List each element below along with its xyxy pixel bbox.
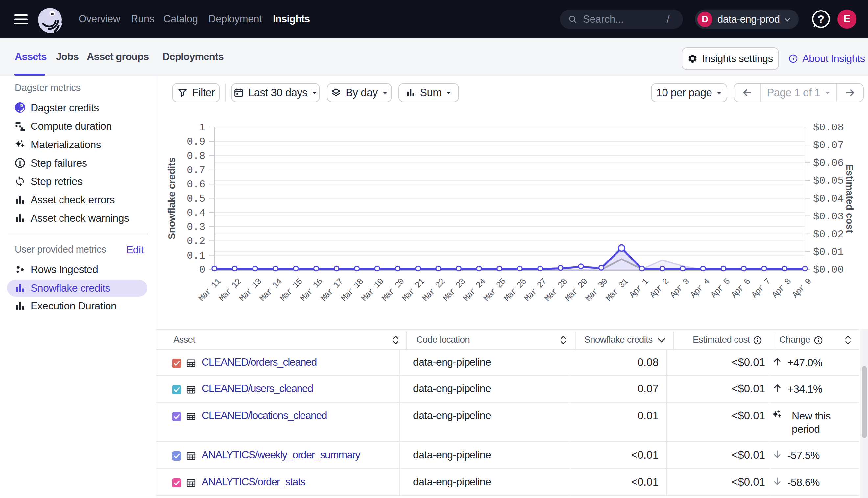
svg-text:Mar 29: Mar 29 <box>563 277 589 303</box>
svg-text:$0.02: $0.02 <box>813 228 844 240</box>
svg-text:Mar 17: Mar 17 <box>319 277 345 303</box>
svg-text:Apr 2: Apr 2 <box>648 277 671 300</box>
svg-text:Mar 20: Mar 20 <box>380 277 406 303</box>
svg-text:0.7: 0.7 <box>187 165 205 176</box>
svg-text:Mar 30: Mar 30 <box>584 277 610 303</box>
svg-text:Mar 19: Mar 19 <box>360 277 386 303</box>
svg-text:Mar 21: Mar 21 <box>400 277 427 303</box>
svg-text:Mar 15: Mar 15 <box>278 277 305 303</box>
svg-text:0.4: 0.4 <box>187 207 205 219</box>
svg-text:0.5: 0.5 <box>187 193 205 205</box>
svg-text:Apr 5: Apr 5 <box>709 277 732 300</box>
svg-text:Mar 31: Mar 31 <box>604 277 630 303</box>
svg-text:Apr 4: Apr 4 <box>689 277 712 300</box>
svg-text:Mar 12: Mar 12 <box>217 277 243 303</box>
svg-text:1: 1 <box>199 122 205 133</box>
svg-text:Estimated cost: Estimated cost <box>844 164 855 233</box>
svg-text:Mar 24: Mar 24 <box>461 277 488 303</box>
svg-text:Mar 28: Mar 28 <box>543 277 569 303</box>
svg-text:0.9: 0.9 <box>187 136 205 147</box>
svg-text:0.8: 0.8 <box>187 150 205 162</box>
svg-text:Mar 25: Mar 25 <box>482 277 508 303</box>
svg-text:$0.05: $0.05 <box>813 175 844 187</box>
svg-text:Snowflake credits: Snowflake credits <box>166 157 177 239</box>
svg-text:?: ? <box>818 13 825 25</box>
svg-text:Apr 6: Apr 6 <box>729 277 753 300</box>
svg-text:$0.07: $0.07 <box>813 140 844 151</box>
svg-text:Mar 22: Mar 22 <box>421 277 447 303</box>
svg-text:Mar 18: Mar 18 <box>339 277 366 303</box>
svg-text:Apr 7: Apr 7 <box>750 277 773 300</box>
svg-text:Apr 1: Apr 1 <box>627 277 651 300</box>
svg-text:Apr 9: Apr 9 <box>790 277 814 300</box>
svg-text:Mar 13: Mar 13 <box>238 277 264 303</box>
svg-text:0.2: 0.2 <box>187 236 205 247</box>
svg-text:0.3: 0.3 <box>187 221 205 233</box>
svg-text:$0.06: $0.06 <box>813 157 844 169</box>
svg-text:Mar 26: Mar 26 <box>502 277 528 303</box>
svg-text:Mar 23: Mar 23 <box>441 277 467 303</box>
svg-text:$0.01: $0.01 <box>813 246 844 258</box>
svg-text:Apr 8: Apr 8 <box>770 277 793 300</box>
svg-text:$0.08: $0.08 <box>813 122 844 133</box>
svg-text:$0.04: $0.04 <box>813 193 844 205</box>
svg-text:Mar 27: Mar 27 <box>522 277 549 303</box>
svg-text:Mar 11: Mar 11 <box>196 277 223 303</box>
svg-text:Mar 16: Mar 16 <box>298 277 325 303</box>
svg-text:0: 0 <box>199 264 205 276</box>
svg-text:$0.00: $0.00 <box>813 264 844 276</box>
svg-text:0.1: 0.1 <box>187 250 205 261</box>
svg-text:Apr 3: Apr 3 <box>668 277 691 300</box>
svg-text:0.6: 0.6 <box>187 179 205 190</box>
svg-text:Mar 14: Mar 14 <box>258 277 284 303</box>
svg-text:$0.03: $0.03 <box>813 211 844 222</box>
